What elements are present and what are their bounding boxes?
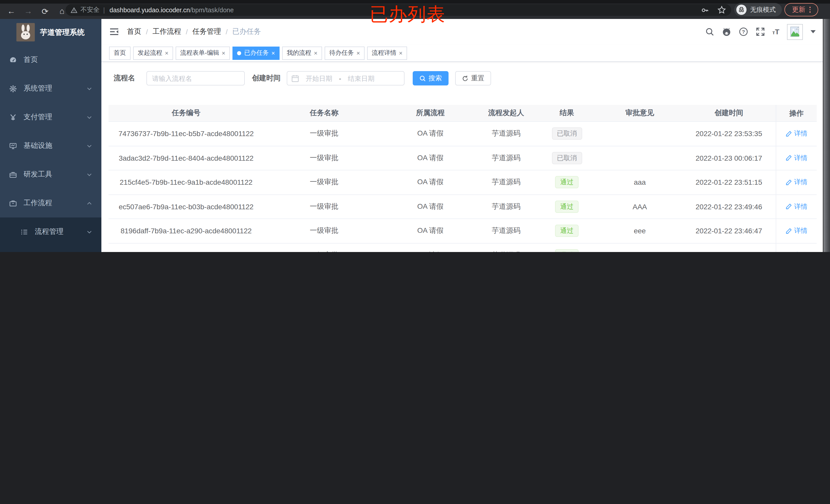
sidebar-item-workflow[interactable]: 工作流程 [0,189,101,217]
end-date-input[interactable] [342,74,380,82]
breadcrumb-item[interactable]: 首页 [127,27,141,36]
update-label: 更新 [792,5,805,14]
incognito-badge: 无痕模式 [734,3,782,16]
browser-update-button[interactable]: 更新 [785,3,818,16]
browser-forward-icon[interactable]: → [23,6,33,16]
url-path: /bpm/task/done [190,6,234,13]
cell-process: OA 请假 [385,251,476,252]
workflow-submenu: 流程管理 任务管理 我的流程 待办任务 已办 [0,217,101,252]
sidebar-item-infra[interactable]: 基础设施 [0,132,101,160]
navbar-actions: ? тT [705,24,823,40]
sidebar-item-task-mgmt[interactable]: 任务管理 [0,246,101,252]
list-icon [21,228,28,236]
done-task-table: 任务编号 任务名称 所属流程 流程发起人 结果 审批意见 创建时间 操作 747… [108,105,817,252]
tab-form-edit[interactable]: 流程表单-编辑× [175,46,230,60]
tab-my-process[interactable]: 我的流程× [282,46,322,60]
svg-text:?: ? [742,29,745,35]
cell-process: OA 请假 [385,202,476,211]
edit-icon [786,203,792,210]
edit-icon [786,131,792,137]
cell-created: 2022-01-22 23:51:15 [682,178,776,187]
active-dot [237,51,241,55]
tab-todo-tasks[interactable]: 待办任务× [325,46,364,60]
breadcrumb-item[interactable]: 工作流程 [153,27,181,36]
not-secure-icon [71,7,77,13]
cell-task-id: 3adac3d2-7b9d-11ec-8404-acde48001122 [108,154,264,162]
app-title: 芋道管理系统 [40,27,85,37]
sidebar-item-home[interactable]: 首页 [0,45,101,74]
detail-link[interactable]: 详情 [786,178,807,187]
edit-icon [786,228,792,234]
col-action: 操作 [776,105,817,122]
breadcrumb-item[interactable]: 任务管理 [193,27,221,36]
cell-starter: 芋道源码 [476,227,536,236]
chevron-down-icon [87,86,92,91]
help-icon[interactable]: ? [739,27,748,36]
fullscreen-icon[interactable] [756,27,765,36]
window-edge-scrollbar[interactable] [823,19,830,252]
main-area: 首页 / 工作流程 / 任务管理 / 已办任务 ? тT 首页 发起流程× 流程… [101,19,823,252]
process-name-input[interactable] [147,71,245,86]
close-icon[interactable]: × [314,49,317,57]
reset-button[interactable]: 重置 [455,71,491,86]
github-icon[interactable] [722,27,731,36]
cell-process: OA 请假 [385,129,476,138]
key-icon[interactable] [701,6,709,14]
close-icon[interactable]: × [165,49,168,57]
tab-home[interactable]: 首页 [109,46,131,60]
detail-link[interactable]: 详情 [786,227,807,236]
avatar-caret-icon[interactable] [810,30,816,33]
tab-start-process[interactable]: 发起流程× [133,46,173,60]
detail-link[interactable]: 详情 [786,202,807,211]
sidebar-item-process-mgmt[interactable]: 流程管理 [0,217,101,246]
sidebar-menu: 首页 系统管理 支付管理 基础设施 研发工具 [0,45,101,252]
detail-link[interactable]: 详情 [786,129,807,138]
sidebar-item-system[interactable]: 系统管理 [0,74,101,103]
bookmark-star-icon[interactable] [717,6,726,14]
app-logo-row[interactable]: 芋道管理系统 [0,19,101,45]
table-row: ec507ae6-7b9a-11ec-b03b-acde48001122 一级审… [108,195,817,219]
browser-back-icon[interactable]: ← [6,6,17,16]
edit-icon [786,179,792,186]
sidebar-collapse-icon[interactable] [109,28,119,36]
font-size-icon[interactable]: тT [772,28,779,36]
search-icon[interactable] [705,27,714,36]
browser-reload-icon[interactable]: ⟳ [40,6,50,16]
result-tag: 已取消 [552,128,582,140]
calendar-icon [291,74,299,82]
start-date-input[interactable] [300,74,338,82]
result-tag: 通过 [555,176,579,189]
browser-menu-icon[interactable] [809,7,811,13]
create-time-label: 创建时间 [252,74,281,83]
result-tag: 已取消 [552,152,582,164]
cell-opinion: AAA [598,203,682,211]
search-button[interactable]: 搜索 [413,71,449,86]
security-label: 不安全 [81,6,100,14]
tab-done-tasks[interactable]: 已办任务× [232,46,280,60]
cell-starter: 芋道源码 [476,251,536,252]
close-icon[interactable]: × [356,49,360,57]
detail-link[interactable]: 详情 [786,154,807,163]
cell-task-id: 67c534a2-7b9a-11ec-a290-acde48001122 [108,251,264,252]
cell-starter: 芋道源码 [476,154,536,163]
cell-starter: 芋道源码 [476,129,536,138]
table-row: 8196daff-7b9a-11ec-a290-acde48001122 一级审… [108,219,817,243]
close-icon[interactable]: × [399,49,403,57]
cell-process: OA 请假 [385,154,476,163]
tab-process-detail[interactable]: 流程详情× [367,46,407,60]
col-opinion: 审批意见 [598,108,682,118]
avatar[interactable] [787,24,803,40]
col-created: 创建时间 [682,108,776,118]
chevron-up-icon [87,200,92,206]
sidebar-item-devtools[interactable]: 研发工具 [0,160,101,189]
detail-link[interactable]: 详情 [786,251,807,252]
incognito-icon [736,5,746,15]
chevron-down-icon [87,229,92,235]
date-range-picker[interactable]: - [287,71,405,86]
sidebar-item-label: 首页 [24,55,38,64]
toolbox-icon [9,171,17,178]
close-icon[interactable]: × [272,49,275,57]
sidebar-item-payment[interactable]: 支付管理 [0,103,101,132]
close-icon[interactable]: × [222,49,225,57]
search-button-icon [419,75,426,81]
